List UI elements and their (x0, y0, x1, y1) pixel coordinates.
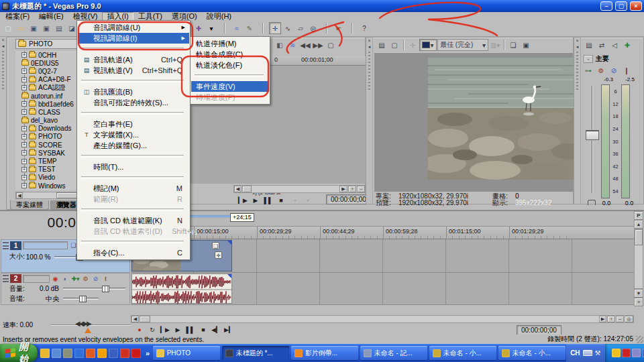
rate-scrub-control[interactable]: ◀◀▶▶ (75, 320, 91, 327)
solo-icon[interactable]: ❙ (621, 64, 633, 76)
menu-item[interactable]: ▶ (78, 44, 189, 54)
tree-expand-icon[interactable]: + (21, 142, 27, 147)
insert-fx-icon[interactable]: ⊶ (582, 64, 594, 76)
tree-expand-icon[interactable]: + (21, 175, 27, 180)
solo-icon[interactable]: ! (101, 275, 110, 283)
menu-item[interactable]: 空白事件(E) ▶ (78, 119, 189, 129)
zoom-edit-tool-icon[interactable]: ◎ (307, 22, 319, 34)
next-marker-icon[interactable]: ▶▶ (312, 39, 324, 51)
video-track-lane[interactable]: ❏ ✛ (131, 239, 634, 273)
desktop-quicklaunch-icon[interactable] (63, 349, 72, 358)
sep[interactable] (345, 22, 358, 34)
fx-icon[interactable]: ≋ (286, 39, 299, 51)
track-volume-slider[interactable] (63, 288, 125, 290)
vegas-quicklaunch-icon[interactable] (131, 349, 141, 358)
zonealarm-tray-icon[interactable] (622, 349, 631, 357)
explorer-tab[interactable]: 專案媒體 (10, 200, 49, 210)
tools-icon[interactable]: ⚒ (595, 349, 601, 357)
task-button[interactable]: 未命名 - 記... (360, 346, 427, 360)
bus-minimize-icon[interactable]: ▫ (584, 55, 593, 63)
meter-left-bar[interactable] (601, 84, 610, 198)
preview-dock-grip[interactable]: ×◂ (366, 38, 373, 204)
automation-settings-icon[interactable]: ⚙ (81, 275, 90, 283)
submenu-item[interactable]: 軌道合成度(C) (191, 49, 269, 60)
slider-thumb[interactable] (102, 286, 109, 292)
save-icon[interactable]: ▣ (28, 23, 40, 35)
language-indicator[interactable]: CH (570, 349, 580, 357)
sep[interactable] (218, 22, 230, 34)
meter-right-bar[interactable] (621, 84, 630, 198)
menu-item[interactable]: ▤ 音訊軌道(A) Ctrl+Q ▶ (78, 54, 189, 65)
mixer-properties-icon[interactable]: ▤ (583, 39, 595, 51)
automation-settings-icon[interactable]: ⚙ (595, 64, 607, 76)
track-fx-icon[interactable]: ✚▾ (71, 275, 80, 283)
selection-edit-tool-icon[interactable]: ▱ (294, 22, 307, 34)
menu-item[interactable]: ▶ (78, 172, 189, 183)
task-button[interactable]: 影片倒帶... (291, 346, 358, 360)
render-as-icon[interactable]: ▣ (40, 23, 52, 35)
task-button[interactable]: 未命名 - 小... (429, 346, 496, 360)
tree-expand-icon[interactable]: + (21, 85, 27, 90)
menu-item[interactable]: 範圍(R) R ▶ (78, 194, 189, 204)
master-fader-thumb[interactable] (586, 130, 599, 140)
trimmer-time-display[interactable]: 00:00:00;00 (326, 194, 371, 204)
split-screen-icon[interactable]: ▥▾ (489, 39, 501, 51)
insert-envelope-icon[interactable]: ✚ (193, 22, 205, 34)
rate-slider-track[interactable] (50, 324, 131, 325)
media-quicklaunch-icon[interactable] (120, 349, 129, 358)
menu-item[interactable]: 視訊調節線(I) ▶ (78, 33, 189, 44)
menu-item[interactable]: 產生的媒體(G)... ▶ (78, 140, 189, 151)
close-button[interactable]: × (630, 1, 642, 11)
menu-item[interactable]: 指令(C)... C ▶ (78, 247, 189, 258)
monitor-icon[interactable]: ▢ (325, 39, 337, 51)
slider-thumb[interactable] (79, 296, 87, 302)
tree-expand-icon[interactable]: + (21, 167, 27, 172)
menubar-item[interactable]: 檔案(F) (1, 12, 34, 21)
menubar-item[interactable]: 說明(H) (202, 12, 236, 21)
timeline-vertical-scrollbar[interactable]: P ▲ ▼ ≡ (634, 211, 643, 315)
new-project-icon[interactable]: ▢ (2, 23, 14, 35)
tree-expand-icon[interactable]: + (21, 150, 27, 156)
event-edge-handle[interactable] (227, 241, 231, 245)
folder-quicklaunch-icon[interactable] (40, 349, 50, 358)
play-button[interactable]: ▶ (250, 194, 262, 206)
track-number[interactable]: 1 (10, 241, 21, 250)
messenger-quicklaunch-icon[interactable] (109, 349, 118, 358)
tree-expand-icon[interactable]: + (21, 109, 27, 115)
next-frame-button[interactable]: ➝ (301, 194, 313, 206)
menu-item[interactable]: ◫ 音訊匯流(B) ▶ (78, 86, 189, 97)
tree-expand-icon[interactable]: + (21, 68, 27, 74)
tree-expand-icon[interactable]: + (21, 101, 27, 107)
copy-snapshot-icon[interactable]: ❏ (507, 39, 519, 51)
mute-icon[interactable]: ⊘ (608, 64, 620, 76)
arm-record-icon[interactable]: ◉ (51, 275, 60, 283)
resize-grip[interactable] (636, 336, 643, 343)
submenu-item[interactable]: 軌道淡化色(F) (191, 60, 269, 70)
transport-time-display[interactable]: 00:00:00;00 (517, 325, 561, 335)
event-edge-handle[interactable] (227, 274, 231, 278)
track-name-field[interactable] (23, 275, 50, 283)
preview-quality-dropdown[interactable]: 最佳 (完全)▾ (437, 39, 488, 51)
menu-item[interactable]: 音訊 CD 軌道索引(D) Shift+N ▶ (78, 226, 189, 237)
menu-item[interactable]: ▶ (78, 204, 189, 215)
audio-track-lane[interactable] (131, 273, 634, 305)
add-bus-icon[interactable]: ✚ (621, 39, 633, 51)
play-from-start-button[interactable]: ▎▶ (237, 194, 249, 206)
timeline-ruler[interactable]: 0:00:00;0000:00:15;0000:00:29;2900:00:44… (131, 227, 634, 239)
preview-project-properties-icon[interactable]: ▤ (376, 39, 388, 51)
maximize-button[interactable]: ▢ (615, 1, 627, 11)
envelope-dropdown-icon[interactable]: ▾ (205, 22, 217, 34)
minimize-button[interactable]: – (600, 1, 612, 11)
tree-expand-icon[interactable]: + (21, 183, 27, 188)
update-tray-icon[interactable] (632, 349, 641, 357)
tree-expand-icon[interactable]: + (21, 77, 27, 82)
track-name-field[interactable] (23, 241, 68, 249)
menu-item[interactable]: 時間(T)... ▶ (78, 162, 189, 172)
stop-button[interactable]: ■ (275, 194, 287, 206)
tree-expand-icon[interactable]: + (21, 52, 27, 58)
submenu-item[interactable]: 轉場進度(P) (191, 92, 269, 103)
firefox-quicklaunch-icon[interactable] (86, 349, 95, 358)
project-properties-icon[interactable]: ▤ (53, 23, 65, 35)
pause-button[interactable]: ▌▌ (262, 194, 274, 206)
trimmer-scrollbar[interactable]: ◀ ▶ ＋ − (233, 185, 366, 193)
